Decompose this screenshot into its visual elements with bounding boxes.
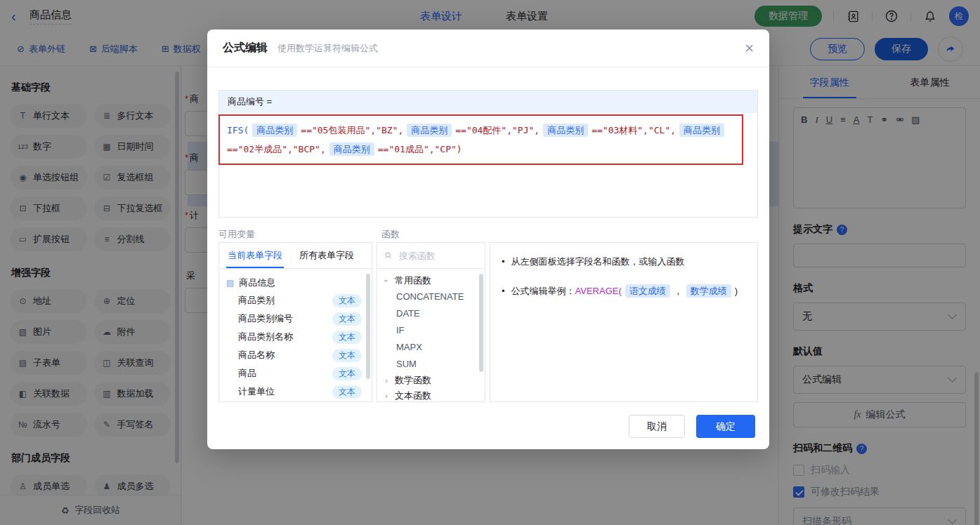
function-group-label: 数学函数 (395, 374, 431, 387)
function-search (377, 243, 485, 269)
example-close-paren: ) (735, 286, 738, 296)
modal-panels: 当前表单字段 所有表单字段 ▤ 商品信息 商品类别文本 商品类别编号文本 商品类… (218, 242, 758, 402)
formula-field-chip[interactable]: 商品类别 (252, 124, 297, 137)
variable-row[interactable]: 商品类别名称文本 (219, 328, 372, 346)
function-group-label: 文本函数 (395, 390, 431, 402)
formula-field-chip[interactable]: 商品类别 (543, 124, 588, 137)
example-field-chip: 语文成绩 (625, 284, 670, 298)
function-item[interactable]: MAPX (377, 339, 485, 356)
cancel-button[interactable]: 取消 (629, 415, 685, 438)
tab-current-form-fields[interactable]: 当前表单字段 (219, 243, 291, 268)
variables-label: 可用变量 (218, 228, 255, 241)
formula-result-label: 商品编号 = (219, 91, 757, 113)
variable-name: 商品名称 (238, 349, 275, 361)
formula-function-token: IFS( (227, 125, 249, 135)
search-icon (384, 251, 393, 260)
tab-all-form-fields[interactable]: 所有表单字段 (291, 243, 362, 268)
function-item[interactable]: SUM (377, 356, 485, 373)
example-function: AVERAGE( (575, 286, 622, 296)
modal-title: 公式编辑 (223, 41, 268, 55)
chevron-right-icon: › (383, 392, 390, 400)
variable-name: 商品类别编号 (238, 312, 293, 325)
functions-scrollbar[interactable] (479, 274, 483, 372)
variables-group-label: 商品信息 (239, 277, 275, 289)
variable-row[interactable]: 计量单位文本 (219, 383, 372, 401)
formula-editor-modal: 公式编辑 使用数学运算符编辑公式 × 商品编号 = IFS(商品类别=="05包… (207, 29, 769, 449)
variables-tree: ▤ 商品信息 商品类别文本 商品类别编号文本 商品类别名称文本 商品名称文本 商… (219, 269, 372, 402)
type-badge: 文本 (332, 349, 362, 362)
tip-line-1: 从左侧面板选择字段名和函数，或输入函数 (502, 253, 746, 271)
formula-editor-box: 商品编号 = IFS(商品类别=="05包装用品","BZ",商品类别=="04… (218, 90, 758, 218)
function-search-input[interactable] (398, 250, 478, 262)
function-list: › 常用函数 CONCATENATE DATE IF MAPX SUM › 数学… (377, 269, 485, 402)
function-item[interactable]: IF (377, 322, 485, 339)
formula-field-chip[interactable]: 商品类别 (679, 124, 724, 137)
chevron-right-icon: › (383, 376, 390, 385)
type-badge: 文本 (332, 367, 362, 380)
function-item[interactable]: DATE (377, 305, 485, 322)
type-badge: 文本 (332, 312, 362, 326)
formula-field-chip[interactable]: 商品类别 (329, 142, 374, 156)
variable-row[interactable]: 商品文本 (219, 364, 372, 383)
modal-header: 公式编辑 使用数学运算符编辑公式 × (207, 29, 769, 67)
chevron-down-icon: › (382, 277, 391, 284)
type-badge: 文本 (332, 294, 362, 307)
panel-labels: 可用变量 函数 (218, 228, 400, 241)
confirm-button[interactable]: 确定 (696, 415, 755, 438)
variables-tabs: 当前表单字段 所有表单字段 (219, 243, 372, 269)
app-root: ‹ 商品信息 表单设计 表单设置 数据管理 (0, 0, 980, 525)
variable-name: 商品类别 (238, 294, 275, 307)
close-icon[interactable]: × (745, 41, 754, 56)
formula-code-token: =="01成品","CP") (378, 144, 462, 154)
tip-line-2: 公式编辑举例：AVERAGE(语文成绩，数学成绩) (502, 282, 746, 300)
variable-name: 商品类别名称 (238, 331, 293, 343)
document-icon: ▤ (226, 278, 234, 288)
functions-panel: › 常用函数 CONCATENATE DATE IF MAPX SUM › 数学… (377, 242, 485, 402)
modal-subtitle: 使用数学运算符编辑公式 (277, 42, 378, 55)
variable-row[interactable]: 商品类别编号文本 (219, 310, 372, 328)
formula-field-chip[interactable]: 商品类别 (407, 124, 452, 137)
functions-label: 函数 (381, 228, 400, 241)
variable-name: 计量单位 (238, 385, 275, 398)
formula-code-token: =="04配件","PJ", (455, 125, 540, 135)
formula-input-area[interactable]: IFS(商品类别=="05包装用品","BZ",商品类别=="04配件","PJ… (218, 114, 743, 165)
formula-code-token: =="02半成品","BCP", (227, 144, 326, 154)
tip-prefix: 公式编辑举例： (511, 286, 575, 296)
variable-row[interactable]: 商品名称文本 (219, 346, 372, 364)
modal-footer: 取消 确定 (629, 415, 755, 438)
function-group-math[interactable]: › 数学函数 (377, 373, 485, 388)
variable-name: 商品 (238, 367, 256, 380)
variable-row[interactable]: 商品类别文本 (219, 291, 372, 310)
formula-code-token: =="03材料","CL", (592, 125, 676, 135)
tips-panel: 从左侧面板选择字段名和函数，或输入函数 公式编辑举例：AVERAGE(语文成绩，… (490, 242, 758, 402)
function-group-common[interactable]: › 常用函数 (377, 273, 485, 288)
example-field-chip: 数学成绩 (686, 284, 731, 298)
type-badge: 文本 (332, 385, 362, 399)
variables-panel: 当前表单字段 所有表单字段 ▤ 商品信息 商品类别文本 商品类别编号文本 商品类… (218, 242, 372, 402)
variables-group[interactable]: ▤ 商品信息 (219, 274, 372, 291)
function-group-text[interactable]: › 文本函数 (377, 388, 485, 402)
function-group-label: 常用函数 (395, 274, 431, 287)
formula-code-token: =="05包装用品","BZ", (301, 125, 403, 135)
type-badge: 文本 (332, 331, 362, 344)
function-item[interactable]: CONCATENATE (377, 288, 485, 305)
variables-scrollbar[interactable] (366, 274, 370, 379)
example-separator: ， (674, 286, 683, 296)
